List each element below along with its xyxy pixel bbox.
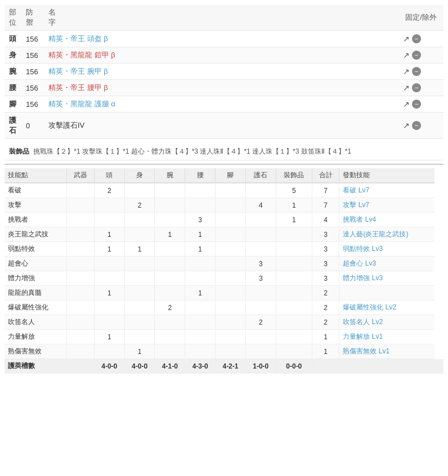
skill-cell [94,315,124,330]
defense-cell: 0 [21,113,44,139]
skill-cell [67,315,95,330]
skill-col-header: 護石 [245,168,276,183]
skill-col-header: 武器 [67,168,95,183]
remove-icon[interactable]: − [412,83,421,92]
skill-cell: 1 [124,344,155,359]
name-cell: 精英・帝王 頭盔 β [44,31,398,47]
skill-cell [245,242,276,257]
skill-cell: 吹笛名人 Lv2 [339,315,434,330]
pin-icon[interactable]: ↗ [403,83,410,92]
skill-cell [185,198,216,213]
skill-col-header: 合計 [312,168,339,183]
skill-cell [67,271,95,286]
pin-icon[interactable]: ↗ [403,100,410,109]
skill-row: 挑戰者314挑戰者 Lv4 [5,213,443,227]
remove-icon[interactable]: − [412,121,421,130]
remove-icon[interactable]: − [412,100,421,109]
skill-cell [94,198,124,213]
skill-cell: 3 [312,242,339,257]
skill-cell: 7 [312,183,339,198]
skill-cell [245,330,276,344]
skill-cell [94,300,124,315]
skill-cell: 1 [94,286,124,300]
fixed-cell[interactable]: ↗ − [398,80,443,96]
skill-cell: 4 [312,213,339,227]
col-slot: 部位 [5,5,21,31]
skill-cell [216,271,246,286]
slot-cell: 頭 [5,31,21,47]
skill-cell: 挑戰者 [5,213,67,227]
skill-cell [155,198,185,213]
col-name: 名字 [44,5,60,31]
pin-icon[interactable]: ↗ [403,121,410,130]
skill-cell [155,271,185,286]
pin-icon[interactable]: ↗ [403,67,410,76]
skill-cell [67,242,95,257]
skill-col-header: 腕 [155,168,185,183]
name-cell: 攻擊護石IV [44,113,398,139]
skill-cell [245,227,276,242]
skill-cell: 3 [312,227,339,242]
footer-slot-value: 4-3-0 [185,359,216,374]
fixed-cell[interactable]: ↗ − [398,64,443,80]
defense-cell: 156 [21,96,44,113]
skill-cell: 弱點特效 [5,242,67,257]
skill-col-header: 裝飾品 [276,168,312,183]
col-defense: 防禦 [21,5,44,31]
skill-row: 看破257看破 Lv7 [5,183,443,198]
remove-icon[interactable]: − [412,67,421,76]
skill-cell: 1 [276,198,312,213]
skill-cell [67,198,95,213]
fixed-cell[interactable]: ↗ − [398,96,443,113]
skill-cell [155,257,185,271]
skill-cell [94,257,124,271]
fixed-cell[interactable]: ↗ − [398,113,443,139]
pin-icon[interactable]: ↗ [403,34,410,43]
skill-cell: 體力增強 [5,271,67,286]
skill-cell: 炎王龍之武技 [5,227,67,242]
skill-cell: 達人藝(炎王龍之武技) [339,227,434,242]
skill-cell: 3 [312,271,339,286]
skill-cell: 看破 Lv7 [339,183,434,198]
skill-cell [155,286,185,300]
skill-cell [276,300,312,315]
skill-cell [216,227,246,242]
equipment-row: 腳 156 精英・黑龍龍 護腿 α ↗ − [5,96,443,113]
skill-cell [185,300,216,315]
section-divider [5,164,443,165]
skill-cell [124,227,155,242]
equipment-row: 身 156 精英・黑龍龍 鎧甲 β ↗ − [5,47,443,64]
equipment-table: 部位 防禦 名字 固定/除外 頭 156 精英・帝王 頭盔 β ↗ − 身 15… [5,5,443,139]
skill-col-header: 發動技能 [339,168,434,183]
skill-cell [216,315,246,330]
skill-cell [94,271,124,286]
skill-col-header: 頭 [94,168,124,183]
skill-cell: 1 [94,242,124,257]
skill-row: 龍龍的真髓112 [5,286,443,300]
skill-cell: 2 [312,300,339,315]
skill-cell [245,213,276,227]
skill-cell: 2 [312,286,339,300]
fixed-cell[interactable]: ↗ − [398,47,443,64]
skill-cell [216,183,246,198]
footer-slot-value: 4-2-1 [216,359,246,374]
remove-icon[interactable]: − [412,34,421,43]
remove-icon[interactable]: − [412,51,421,60]
skill-row: 攻擊2417攻擊 Lv7 [5,198,443,213]
pin-icon[interactable]: ↗ [403,51,410,60]
fixed-cell[interactable]: ↗ − [398,31,443,47]
skill-cell: 看破 [5,183,67,198]
skill-cell: 弱點特效 Lv3 [339,242,434,257]
skill-cell [276,315,312,330]
skill-cell: 1 [94,330,124,344]
skill-cell: 1 [94,227,124,242]
slot-cell: 腳 [5,96,21,113]
skill-cell [67,257,95,271]
skill-cell: 熟傷害無效 [5,344,67,359]
skill-cell: 熟傷害無效 Lv1 [339,344,434,359]
skill-cell [67,213,95,227]
skill-cell [276,257,312,271]
name-cell: 精英・帝王 腰甲 β [44,80,398,96]
defense-cell: 156 [21,47,44,64]
skill-cell: 1 [185,242,216,257]
